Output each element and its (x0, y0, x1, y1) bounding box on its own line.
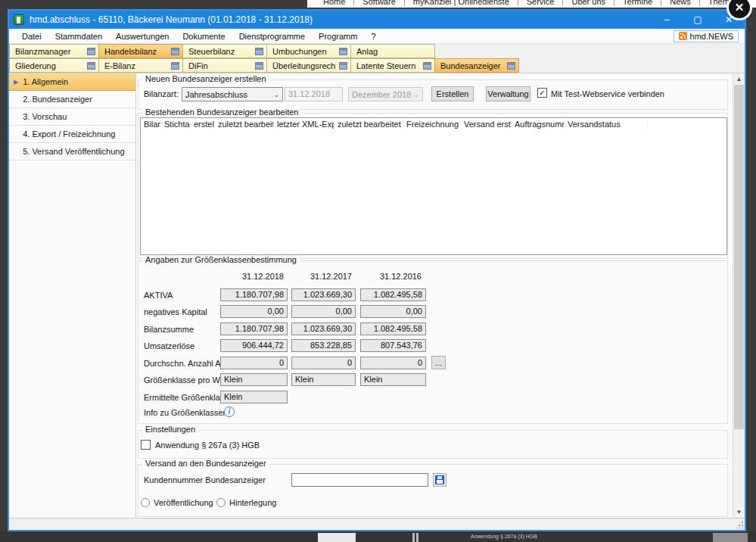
row-label-umsatzerloese: Umsatzerlöse (144, 341, 194, 350)
row-label-aktiva: AKTIVA (144, 291, 173, 300)
tab-gliederung[interactable]: Gliederung (9, 58, 99, 73)
sidebar-item-label: 4. Export / Freizeichnung (23, 129, 115, 139)
col-auftragsnummer[interactable]: Auftragsnummer (512, 119, 565, 130)
verwaltung-button[interactable]: Verwaltung (486, 86, 530, 101)
menu-help[interactable]: ? (364, 30, 382, 42)
tab-anlagenspiegel[interactable]: Anlag (350, 44, 435, 58)
scroll-up-button[interactable]: ▲ (733, 73, 745, 85)
detach-window-icon[interactable] (87, 62, 95, 70)
tab-latente-steuern[interactable]: Latente Steuern (350, 58, 435, 73)
sidebar-item-label: 2. Bundesanzeiger (23, 95, 92, 104)
vertical-scrollbar[interactable]: ▲ ▼ (733, 73, 745, 518)
col-versandstatus[interactable]: Versandstatus (565, 119, 648, 130)
lightbox-close-button[interactable]: ✕ (726, 0, 752, 20)
klasse-2017: Klein (291, 373, 356, 386)
bg-nav-termine[interactable]: Termine (614, 0, 661, 6)
menu-datei[interactable]: Datei (15, 30, 48, 42)
detach-window-icon[interactable] (339, 62, 347, 70)
anzahl-an-2016: 0 (360, 357, 426, 369)
bg-nav-mykanzlei-onlinedienste[interactable]: myKanzlei | Onlinedienste (404, 0, 518, 6)
kundennummer-input[interactable] (291, 473, 428, 487)
maximize-button[interactable]: ▢ (686, 11, 709, 28)
detach-window-icon[interactable] (87, 48, 95, 55)
titlebar[interactable]: hmd.abschluss - 65110, Bäckerei Neumann … (9, 11, 745, 29)
background-fragment-right (713, 533, 748, 542)
group-title: Neuen Bundesanzeiger erstellen (142, 74, 269, 83)
negkapital-2018: 0,00 (220, 305, 288, 318)
row-label-negatives-kapital: negatives Kapital (144, 307, 207, 316)
bg-nav-service[interactable]: Service (518, 0, 563, 6)
sidebar-item-vorschau[interactable]: ▶ 3. Vorschau (9, 108, 135, 126)
col-erstellt[interactable]: erstellt (191, 119, 215, 130)
close-icon: ✕ (735, 1, 745, 14)
detach-window-icon[interactable] (255, 48, 263, 55)
menu-dokumente[interactable]: Dokumente (176, 30, 232, 42)
bg-nav-news[interactable]: News (661, 0, 699, 6)
col-freizeichnung-am[interactable]: Freizeichnung am (403, 119, 461, 130)
ermittelte-groessenklasse-value: Klein (220, 391, 288, 403)
tab-label: E-Bilanz (104, 61, 168, 70)
veroeffentlichung-radio[interactable] (141, 498, 150, 507)
tab-bilanzmanager[interactable]: Bilanzmanager (9, 44, 99, 58)
detach-window-icon[interactable] (255, 62, 263, 70)
menu-stammdaten[interactable]: Stammdaten (48, 30, 109, 42)
col-bilanz[interactable]: Bilanz (141, 119, 161, 130)
resize-grip[interactable] (736, 522, 743, 528)
sidebar-item-bundesanzeiger[interactable]: ▶ 2. Bundesanzeiger (9, 91, 135, 108)
arrow-right-icon: ▶ (14, 79, 18, 86)
tab-label: Latente Steuern (356, 61, 420, 70)
bg-nav-software[interactable]: Software (353, 0, 403, 6)
minimize-button[interactable]: – (655, 11, 678, 28)
sidebar: ▶ 1. Allgemein ▶ 2. Bundesanzeiger ▶ 3. … (9, 73, 136, 518)
tab-bundesanzeiger[interactable]: Bundesanzeiger (434, 58, 519, 73)
detach-window-icon[interactable] (171, 48, 179, 55)
sidebar-item-export-freizeichnung[interactable]: ▶ 4. Export / Freizeichnung (9, 126, 135, 143)
periode-select[interactable]: Dezember 2018 ⌄ (348, 87, 423, 101)
col-stichtag[interactable]: Stichtag (161, 119, 191, 130)
bilanzart-select[interactable]: Jahresabschluss ⌄ (182, 87, 283, 101)
statusbar (9, 518, 745, 530)
tab-difin[interactable]: DiFin (182, 58, 267, 73)
background-fragment-box (318, 533, 356, 542)
detach-window-icon[interactable] (423, 62, 431, 70)
erstellen-button[interactable]: Erstellen (431, 86, 474, 101)
row-label-bilanzsumme: Bilanzsumme (144, 325, 194, 334)
tab-ebilanz[interactable]: E-Bilanz (98, 58, 183, 73)
tab-umbuchungen[interactable]: Umbuchungen (266, 44, 351, 58)
hinterlegung-radio[interactable] (216, 498, 226, 507)
detach-window-icon[interactable] (171, 62, 179, 70)
tab-handelsbilanz[interactable]: Handelsbilanz (98, 44, 183, 58)
tab-ueberleitungsrechnung[interactable]: Überleitungsrechnung (266, 58, 351, 73)
bg-nav-ueberuns[interactable]: Über uns (562, 0, 614, 6)
menu-dienstprogramme[interactable]: Dienstprogramme (232, 30, 312, 42)
kundennummer-save-button[interactable] (433, 473, 446, 487)
hgb-267a-checkbox[interactable] (141, 440, 151, 450)
bg-nav-home[interactable]: Home (315, 0, 353, 6)
aktiva-2018: 1.180.707,98 (220, 288, 288, 301)
stichtag-field[interactable]: 31.12.2018 (285, 87, 343, 101)
hmd-news-button[interactable]: hmd.NEWS (674, 30, 739, 42)
test-webservice-checkbox[interactable]: ✓ (537, 88, 547, 98)
col-letzter-xml-export[interactable]: letzter XML-Export (274, 119, 334, 130)
negkapital-2017: 0,00 (291, 305, 356, 318)
hinterlegung-label: Hinterlegung (229, 498, 276, 507)
menu-programm[interactable]: Programm (312, 30, 364, 42)
content-panel: Neuen Bundesanzeiger erstellen Bilanzart… (136, 73, 733, 518)
tab-steuerbilanz[interactable]: Steuerbilanz (182, 44, 267, 58)
col-zuletzt-bearbeitet[interactable]: zuletzt bearbeitet (215, 119, 274, 130)
detach-window-icon[interactable] (507, 62, 515, 70)
tab-label: DiFin (188, 61, 252, 70)
sidebar-item-versand-veroeffentlichung[interactable]: ▶ 5. Versand Veröffentlichung (9, 143, 135, 160)
col-zuletzt-bearbeitet-von[interactable]: zuletzt bearbeitet von (334, 119, 403, 130)
year-header-2017: 31.12.2017 (291, 272, 352, 281)
anzahl-an-more-button[interactable]: ... (431, 356, 446, 369)
scroll-track[interactable] (733, 85, 745, 506)
scroll-down-button[interactable]: ▼ (733, 506, 745, 518)
menu-auswertungen[interactable]: Auswertungen (109, 30, 176, 42)
bundesanzeiger-list[interactable]: Bilanz Stichtag erstellt zuletzt bearbei… (140, 117, 727, 255)
info-icon[interactable]: i (224, 406, 235, 417)
col-versand-erstellt[interactable]: Versand erstellt (461, 119, 512, 130)
scroll-thumb[interactable] (734, 85, 744, 429)
sidebar-item-allgemein[interactable]: ▶ 1. Allgemein (9, 73, 135, 91)
detach-window-icon[interactable] (339, 48, 347, 55)
